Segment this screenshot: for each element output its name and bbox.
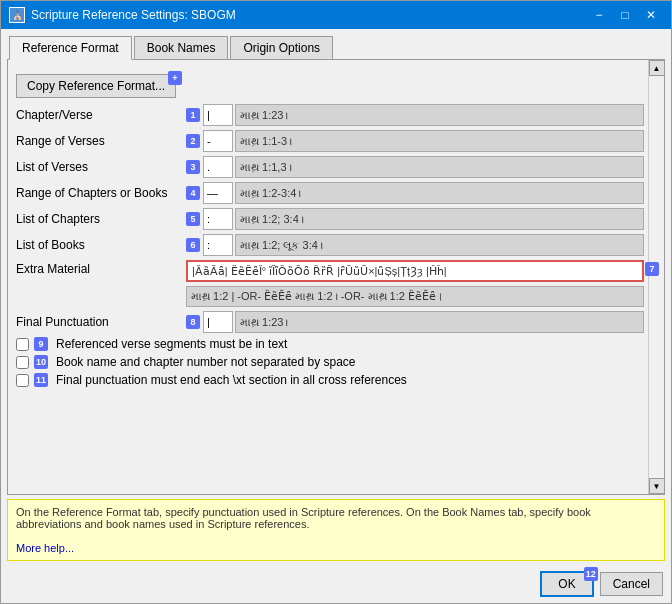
range-chapters-row: Range of Chapters or Books 4 [16,182,644,204]
bottom-bar: OK 12 Cancel [1,565,671,603]
field-badge-10: 10 [34,355,48,369]
cancel-button[interactable]: Cancel [600,572,663,596]
ok-badge: 12 [584,567,598,581]
minimize-button[interactable]: − [587,6,611,24]
extra-material-row: Extra Material 7 [16,260,644,282]
copy-btn-badge: + [168,71,182,85]
field-badge-1: 1 [186,108,200,122]
tab-reference-format[interactable]: Reference Format [9,36,132,60]
list-verses-label: List of Verses [16,160,186,174]
list-books-label: List of Books [16,238,186,252]
range-verses-preview[interactable] [235,130,644,152]
window-title: Scripture Reference Settings: SBOGM [31,8,587,22]
range-chapters-preview[interactable] [235,182,644,204]
list-books-group [203,234,644,256]
dialog-content: Reference Format Book Names Origin Optio… [1,29,671,603]
field-badge-2: 2 [186,134,200,148]
list-chapters-group [203,208,644,230]
tab-content-area: Copy Reference Format... + Chapter/Verse… [7,59,665,495]
field-badge-3: 3 [186,160,200,174]
range-verses-sep-input[interactable] [203,130,233,152]
field-badge-11: 11 [34,373,48,387]
range-verses-group [203,130,644,152]
chapter-verse-sep-input[interactable] [203,104,233,126]
extra-material-input[interactable] [186,260,644,282]
list-verses-sep-input[interactable] [203,156,233,178]
info-text: On the Reference Format tab, specify pun… [16,506,656,530]
maximize-button[interactable]: □ [613,6,637,24]
field-badge-9: 9 [34,337,48,351]
tab-origin-options[interactable]: Origin Options [230,36,333,60]
list-verses-preview[interactable] [235,156,644,178]
range-chapters-label: Range of Chapters or Books [16,186,186,200]
list-verses-group [203,156,644,178]
range-chapters-sep-input[interactable] [203,182,233,204]
field-badge-7: 7 [645,262,659,276]
scrollbar-track[interactable]: ▲ ▼ [648,60,664,494]
field-badge-6: 6 [186,238,200,252]
scrollbar-up-button[interactable]: ▲ [649,60,665,76]
range-verses-label: Range of Verses [16,134,186,148]
list-verses-row: List of Verses 3 [16,156,644,178]
or-preview-text: માથ઼ 1:2 | -OR- ȄȅȆȇ માથ઼ 1:2। -OR- માથ઼… [191,290,443,302]
chapter-verse-group [203,104,644,126]
checkbox-verse-segments[interactable] [16,338,29,351]
checkbox-final-punctuation-row: 11 Final punctuation must end each \xt s… [16,373,644,387]
checkbox-final-punctuation-label: Final punctuation must end each \xt sect… [56,373,407,387]
chapter-verse-preview[interactable] [235,104,644,126]
app-icon: ⛪ [9,7,25,23]
list-chapters-preview[interactable] [235,208,644,230]
field-badge-8: 8 [186,315,200,329]
info-panel: On the Reference Format tab, specify pun… [7,499,665,561]
title-bar: ⛪ Scripture Reference Settings: SBOGM − … [1,1,671,29]
or-preview-row: માથ઼ 1:2 | -OR- ȄȅȆȇ માથ઼ 1:2। -OR- માથ઼… [186,286,644,307]
scrollable-content[interactable]: Copy Reference Format... + Chapter/Verse… [8,60,664,494]
window-controls: − □ ✕ [587,6,663,24]
list-books-row: List of Books 6 [16,234,644,256]
field-badge-5: 5 [186,212,200,226]
checkbox-book-name-row: 10 Book name and chapter number not sepa… [16,355,644,369]
tab-bar: Reference Format Book Names Origin Optio… [1,29,671,59]
final-punctuation-sep-input[interactable] [203,311,233,333]
range-verses-row: Range of Verses 2 [16,130,644,152]
final-punctuation-label: Final Punctuation [16,315,186,329]
list-chapters-sep-input[interactable] [203,208,233,230]
copy-reference-format-button[interactable]: Copy Reference Format... [16,74,176,98]
chapter-verse-row: Chapter/Verse 1 [16,104,644,126]
more-help-link[interactable]: More help... [16,542,74,554]
checkbox-book-name-label: Book name and chapter number not separat… [56,355,356,369]
close-button[interactable]: ✕ [639,6,663,24]
extra-material-label: Extra Material [16,260,186,276]
checkbox-verse-segments-label: Referenced verse segments must be in tex… [56,337,287,351]
field-badge-4: 4 [186,186,200,200]
final-punctuation-row: Final Punctuation 8 [16,311,644,333]
list-chapters-row: List of Chapters 5 [16,208,644,230]
list-books-sep-input[interactable] [203,234,233,256]
main-window: ⛪ Scripture Reference Settings: SBOGM − … [0,0,672,604]
range-chapters-group [203,182,644,204]
list-books-preview[interactable] [235,234,644,256]
copy-button-row: Copy Reference Format... + [16,68,644,104]
chapter-verse-label: Chapter/Verse [16,108,186,122]
ok-button[interactable]: OK 12 [540,571,593,597]
final-punctuation-group [203,311,644,333]
final-punctuation-preview[interactable] [235,311,644,333]
scrollbar-down-button[interactable]: ▼ [649,478,665,494]
checkbox-verse-segments-row: 9 Referenced verse segments must be in t… [16,337,644,351]
checkbox-final-punctuation[interactable] [16,374,29,387]
list-chapters-label: List of Chapters [16,212,186,226]
tab-book-names[interactable]: Book Names [134,36,229,60]
checkbox-book-name[interactable] [16,356,29,369]
